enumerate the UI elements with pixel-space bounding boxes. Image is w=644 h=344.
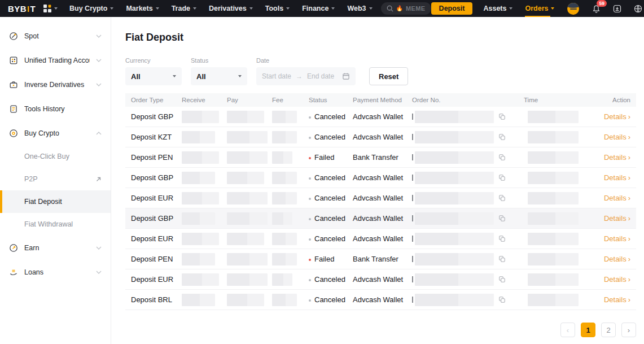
redacted-fee-value: [272, 253, 297, 265]
globe-icon[interactable]: [633, 4, 643, 14]
nav-markets[interactable]: Markets: [120, 0, 165, 17]
details-link[interactable]: Details›: [598, 173, 636, 182]
sidebar-item-loans[interactable]: Loans: [0, 260, 111, 284]
order-no-cell: [412, 192, 524, 204]
redacted-time-value: [528, 273, 579, 286]
redacted-time-value: [528, 212, 579, 225]
copy-icon[interactable]: [498, 194, 506, 202]
details-link[interactable]: Details›: [598, 194, 636, 202]
currency-select[interactable]: All: [125, 67, 182, 85]
chevron-down-icon: [156, 7, 159, 10]
download-icon[interactable]: [612, 4, 622, 14]
apps-grid-icon[interactable]: [43, 5, 58, 12]
sidebar-item-one-click-buy[interactable]: One-Click Buy: [0, 145, 111, 168]
details-link[interactable]: Details›: [598, 214, 636, 223]
pagination-page-2[interactable]: 2: [601, 323, 616, 337]
details-link[interactable]: Details›: [598, 295, 636, 304]
chevron-down-icon: [369, 7, 373, 10]
nav-web3[interactable]: Web3: [341, 0, 378, 17]
nav-derivatives[interactable]: Derivatives: [203, 0, 259, 17]
copy-icon[interactable]: [498, 154, 506, 161]
date-label: Date: [256, 57, 356, 64]
bybit-logo[interactable]: BYBIT: [8, 4, 36, 14]
redacted-order-no-value: [415, 253, 494, 265]
sidebar-item-spot[interactable]: Spot: [0, 24, 111, 48]
notification-bell-icon[interactable]: 59: [592, 4, 601, 14]
details-link[interactable]: Details›: [598, 133, 636, 141]
fee-cell: [272, 172, 309, 184]
pay-cell: [227, 151, 272, 164]
deposit-button[interactable]: Deposit: [431, 2, 473, 15]
sidebar-item-unified-trading-account[interactable]: Unified Trading Account: [0, 48, 111, 72]
avatar[interactable]: [567, 3, 579, 15]
copy-icon[interactable]: [498, 174, 506, 181]
details-link[interactable]: Details›: [598, 153, 636, 162]
sidebar-item-buy-crypto[interactable]: Buy Crypto: [0, 121, 111, 145]
nav-buy-crypto[interactable]: Buy Crypto: [63, 0, 120, 17]
sidebar-item-p2p[interactable]: P2P: [0, 168, 111, 190]
order-no-cell: [412, 151, 524, 164]
chevron-down-icon: [193, 7, 196, 10]
reset-button[interactable]: Reset: [369, 67, 408, 85]
payment-method-cell: Advcash Wallet: [353, 133, 412, 141]
redacted-time-value: [528, 111, 579, 123]
details-link[interactable]: Details›: [598, 112, 636, 121]
nav-trade[interactable]: Trade: [165, 0, 203, 17]
search-input[interactable]: 🔥 MEME: [381, 2, 431, 15]
pagination-next[interactable]: ›: [621, 323, 636, 337]
nav-orders[interactable]: Orders: [519, 0, 560, 17]
pagination-prev[interactable]: ‹: [560, 323, 575, 337]
table-row: Deposit PEN Failed Bank Transfer Details…: [125, 249, 636, 269]
redacted-fee-value: [272, 151, 292, 164]
end-date-placeholder: End date: [307, 72, 334, 80]
sidebar-item-inverse-derivatives[interactable]: Inverse Derivatives: [0, 72, 111, 97]
redacted-pay-value: [227, 294, 264, 306]
copy-icon[interactable]: [498, 113, 506, 120]
status-select[interactable]: All: [191, 67, 247, 85]
copy-icon[interactable]: [498, 235, 506, 242]
sidebar-item-tools-history[interactable]: Tools History: [0, 97, 111, 121]
status-label: Status: [191, 57, 247, 64]
payment-method-cell: Advcash Wallet: [353, 173, 412, 182]
payment-method-cell: Bank Transfer: [353, 153, 412, 162]
chevron-right-icon: ›: [628, 214, 630, 223]
redacted-fee-value: [272, 273, 292, 286]
chevron-down-icon: [331, 7, 335, 10]
sidebar-item-fiat-deposit[interactable]: Fiat Deposit: [0, 190, 111, 213]
top-navbar: BYBIT Buy Crypto Markets Trade Derivativ…: [0, 0, 644, 17]
status-dot: [309, 279, 311, 281]
details-link[interactable]: Details›: [598, 275, 636, 284]
fee-cell: [272, 233, 309, 245]
earn-icon: [9, 243, 18, 252]
status-cell: Canceled: [309, 234, 353, 243]
pagination-page-1[interactable]: 1: [581, 323, 595, 337]
details-link[interactable]: Details›: [598, 234, 636, 243]
status-dot: [309, 177, 311, 180]
pay-cell: [227, 294, 272, 306]
copy-icon[interactable]: [498, 276, 506, 283]
copy-icon[interactable]: [498, 255, 506, 263]
fee-cell: [272, 151, 309, 164]
order-no-cell: [412, 131, 524, 143]
status-dot: [309, 137, 311, 139]
sidebar-item-fiat-withdrawal[interactable]: Fiat Withdrawal: [0, 213, 111, 236]
nav-tools[interactable]: Tools: [259, 0, 296, 17]
time-cell: [524, 131, 598, 143]
status-cell: Canceled: [309, 173, 353, 182]
order-no-cell: [412, 253, 524, 265]
nav-finance[interactable]: Finance: [296, 0, 341, 17]
logo-accent: I: [27, 4, 30, 14]
table-header: Order Type Receive Pay Fee Status Paymen…: [125, 93, 636, 107]
fee-cell: [272, 192, 309, 204]
copy-icon[interactable]: [498, 133, 506, 141]
redacted-receive-value: [182, 273, 219, 286]
copy-icon[interactable]: [498, 296, 506, 303]
time-cell: [524, 192, 598, 204]
table-row: Deposit EUR Canceled Advcash Wallet Deta…: [125, 229, 636, 249]
nav-assets[interactable]: Assets: [477, 0, 519, 17]
chevron-down-icon: [54, 7, 58, 10]
details-link[interactable]: Details›: [598, 255, 636, 263]
copy-icon[interactable]: [498, 215, 506, 222]
sidebar-item-earn[interactable]: Earn: [0, 236, 111, 260]
date-range-input[interactable]: Start date → End date: [256, 67, 356, 85]
